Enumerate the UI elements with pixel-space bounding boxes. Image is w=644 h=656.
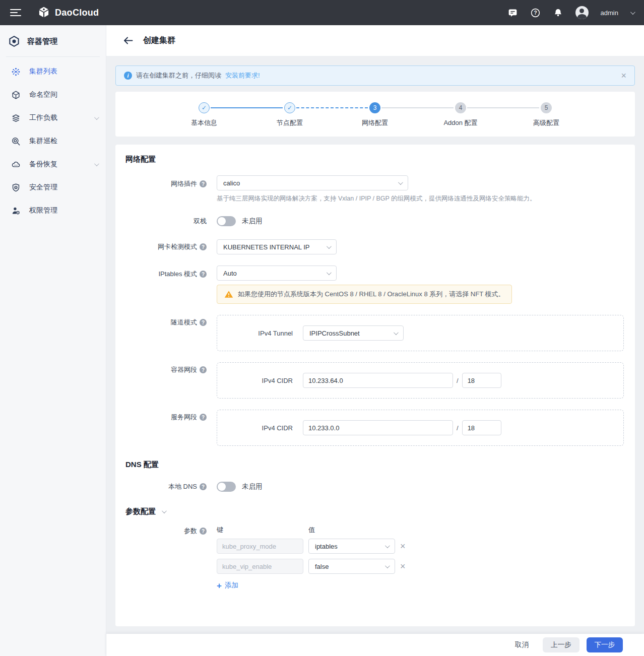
help-icon[interactable] — [200, 483, 207, 490]
step-circle-basic-info[interactable]: ✓ — [199, 102, 210, 113]
install-requirements-link[interactable]: 安装前要求! — [225, 71, 260, 80]
chevron-down-icon — [94, 161, 99, 166]
chevron-down-icon — [385, 563, 390, 568]
step-label-node-config: 节点配置 — [254, 118, 325, 127]
tunnel-mode-label: 隧道模式 — [171, 318, 197, 327]
help-icon[interactable]: ? — [530, 8, 541, 18]
cluster-dots-icon — [11, 67, 21, 77]
avatar-icon[interactable] — [575, 6, 589, 19]
network-plugin-helper: 基于纯三层网络实现的网络解决方案，支持 Vxlan / IPIP / BGP 的… — [217, 194, 536, 203]
sidebar-item-label: 集群巡检 — [29, 137, 98, 146]
param-row: false — [217, 559, 406, 574]
section-title-dns: DNS 配置 — [125, 460, 625, 470]
prev-step-button[interactable]: 上一步 — [543, 637, 579, 652]
local-dns-state: 未启用 — [242, 482, 263, 491]
pod-cidr-label: 容器网段 — [171, 365, 197, 374]
sidebar-item-label: 工作负载 — [29, 113, 94, 122]
security-shield-icon — [11, 183, 21, 192]
content-area: 请在创建集群之前，仔细阅读 安装前要求! ✓ ✓ 3 4 5 基本信息 节点配置… — [106, 56, 644, 634]
step-connector — [211, 107, 283, 108]
param-value-select-0[interactable]: iptables — [308, 539, 395, 554]
sidebar-item-cluster-inspection[interactable]: 集群巡检 — [0, 129, 106, 153]
help-icon[interactable] — [200, 243, 207, 250]
inspection-magnifier-icon — [11, 137, 21, 146]
daocloud-logo-icon — [37, 6, 50, 19]
svc-cidr-mask-input[interactable] — [462, 420, 501, 435]
hamburger-menu-icon[interactable] — [10, 9, 21, 16]
param-key-header: 键 — [217, 526, 303, 535]
sidebar-item-label: 备份恢复 — [29, 160, 94, 169]
user-menu-chevron-icon[interactable] — [630, 10, 635, 15]
sidebar-item-security-management[interactable]: 安全管理 — [0, 176, 106, 199]
warning-icon — [224, 290, 233, 298]
param-value-select-1[interactable]: false — [308, 559, 395, 574]
dual-stack-label: 双栈 — [194, 217, 207, 226]
ipv4-tunnel-select[interactable]: IPIPCrossSubnet — [303, 325, 404, 341]
pod-cidr-input[interactable] — [303, 373, 453, 388]
svc-cidr-input[interactable] — [303, 420, 453, 435]
brand[interactable]: DaoCloud — [37, 6, 99, 19]
help-icon[interactable] — [200, 271, 207, 278]
nic-detect-mode-select[interactable]: KUBERNETES INTERNAL IP — [217, 239, 337, 254]
back-button[interactable] — [123, 37, 133, 44]
svc-cidr-group: IPv4 CIDR / — [217, 410, 624, 446]
collapse-chevron-icon[interactable] — [162, 508, 167, 513]
help-icon[interactable] — [200, 366, 207, 373]
cidr-separator: / — [457, 424, 459, 432]
message-icon[interactable] — [507, 8, 518, 18]
sidebar-item-label: 命名空间 — [29, 90, 98, 99]
param-remove-button-1[interactable] — [400, 562, 406, 571]
step-label-addon-config: Addon 配置 — [425, 118, 496, 127]
step-label-network-config: 网络配置 — [340, 118, 410, 127]
help-icon[interactable] — [200, 528, 207, 535]
sidebar-item-backup-restore[interactable]: 备份恢复 — [0, 153, 106, 176]
help-icon[interactable] — [200, 414, 207, 421]
user-name[interactable]: admin — [601, 9, 618, 17]
iptables-mode-select[interactable]: Auto — [217, 266, 337, 281]
network-plugin-select[interactable]: calico — [217, 175, 408, 190]
tunnel-mode-group: IPv4 Tunnel IPIPCrossSubnet — [217, 315, 624, 351]
sidebar-header[interactable]: 容器管理 — [0, 25, 106, 56]
page-title: 创建集群 — [143, 35, 175, 46]
local-dns-toggle[interactable] — [217, 482, 236, 492]
banner-close-icon[interactable] — [621, 71, 626, 80]
help-icon[interactable] — [200, 319, 207, 326]
step-circle-network-config[interactable]: 3 — [369, 102, 380, 113]
dual-stack-toggle[interactable] — [217, 216, 236, 226]
step-connector — [381, 107, 454, 108]
param-key-input-0[interactable] — [217, 539, 303, 554]
workload-layers-icon — [11, 113, 21, 123]
iptables-mode-label: IPtables 模式 — [158, 270, 197, 279]
chevron-down-icon — [394, 330, 399, 335]
param-key-input-1[interactable] — [217, 559, 303, 574]
sidebar: 容器管理 集群列表 命名空间 工作负载 — [0, 25, 106, 656]
bell-icon[interactable] — [553, 8, 563, 18]
step-connector — [467, 107, 539, 108]
chevron-down-icon — [327, 270, 332, 275]
sidebar-item-label: 安全管理 — [29, 183, 98, 192]
backup-cloud-icon — [11, 160, 21, 169]
sidebar-item-cluster-list[interactable]: 集群列表 — [0, 60, 106, 83]
ipv4-tunnel-label: IPv4 Tunnel — [225, 330, 293, 337]
pod-cidr-group: IPv4 CIDR / — [217, 362, 624, 399]
step-circle-node-config[interactable]: ✓ — [284, 102, 295, 113]
sidebar-item-namespace[interactable]: 命名空间 — [0, 83, 106, 106]
params-label: 参数 — [184, 527, 197, 536]
sidebar-item-permission-management[interactable]: 权限管理 — [0, 199, 106, 222]
info-banner: 请在创建集群之前，仔细阅读 安装前要求! — [115, 65, 635, 86]
step-connector — [296, 107, 368, 108]
cancel-button[interactable]: 取消 — [515, 640, 529, 649]
banner-text: 请在创建集群之前，仔细阅读 — [136, 71, 221, 80]
add-param-button[interactable]: 添加 — [217, 581, 238, 590]
iptables-warning: 如果您使用的节点系统版本为 CentOS 8 / RHEL 8 / Oracle… — [217, 285, 512, 304]
step-circle-advanced-config[interactable]: 5 — [541, 102, 552, 113]
plus-icon — [217, 581, 222, 590]
param-remove-button-0[interactable] — [400, 542, 406, 551]
sidebar-item-workload[interactable]: 工作负载 — [0, 106, 106, 129]
step-circle-addon-config[interactable]: 4 — [455, 102, 466, 113]
param-value-header: 值 — [308, 526, 315, 535]
chevron-down-icon — [327, 244, 332, 249]
pod-cidr-mask-input[interactable] — [462, 373, 501, 388]
next-step-button[interactable]: 下一步 — [587, 637, 623, 652]
help-icon[interactable] — [200, 180, 207, 187]
